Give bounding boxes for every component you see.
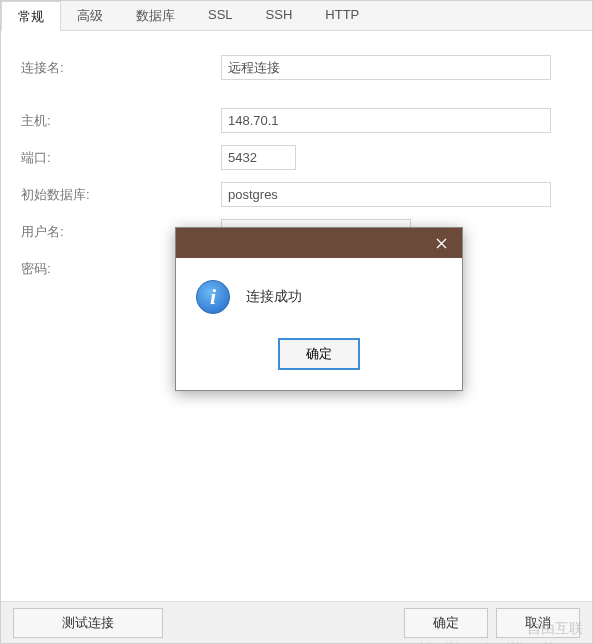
dialog-ok-button[interactable]: 确定 (278, 338, 360, 370)
dialog-footer: 确定 (176, 332, 462, 390)
ok-button[interactable]: 确定 (404, 608, 488, 638)
dialog-titlebar (176, 228, 462, 258)
tab-database[interactable]: 数据库 (120, 1, 192, 30)
info-icon: i (196, 280, 230, 314)
tab-general[interactable]: 常规 (1, 1, 61, 31)
info-dialog: i 连接成功 确定 (175, 227, 463, 391)
host-label: 主机: (21, 112, 221, 130)
initial-database-input[interactable] (221, 182, 551, 207)
port-label: 端口: (21, 149, 221, 167)
tab-advanced[interactable]: 高级 (61, 1, 120, 30)
tab-ssh[interactable]: SSH (250, 1, 310, 30)
tab-http[interactable]: HTTP (309, 1, 376, 30)
footer-bar: 测试连接 确定 取消 (1, 601, 592, 643)
dialog-body: i 连接成功 (176, 258, 462, 332)
connection-name-label: 连接名: (21, 59, 221, 77)
port-input[interactable] (221, 145, 296, 170)
dialog-message: 连接成功 (246, 288, 302, 306)
host-input[interactable] (221, 108, 551, 133)
close-icon[interactable] (420, 228, 462, 258)
tab-bar: 常规 高级 数据库 SSL SSH HTTP (1, 1, 592, 31)
initial-database-label: 初始数据库: (21, 186, 221, 204)
test-connection-button[interactable]: 测试连接 (13, 608, 163, 638)
connection-name-input[interactable] (221, 55, 551, 80)
cancel-button[interactable]: 取消 (496, 608, 580, 638)
tab-ssl[interactable]: SSL (192, 1, 250, 30)
